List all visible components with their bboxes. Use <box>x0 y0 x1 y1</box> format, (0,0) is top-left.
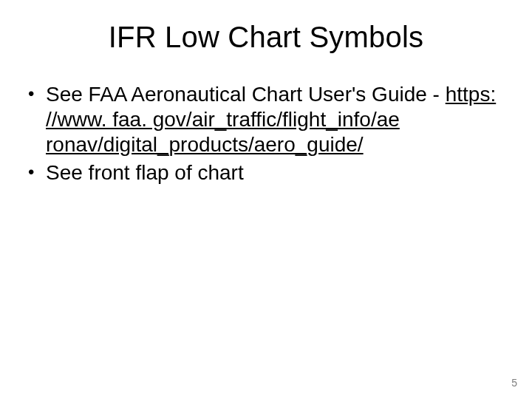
bullet-item-2: See front flap of chart <box>25 160 507 185</box>
page-number: 5 <box>511 377 517 389</box>
slide-title: IFR Low Chart Symbols <box>25 21 507 54</box>
bullet-item-1: See FAA Aeronautical Chart User's Guide … <box>25 82 507 157</box>
bullet-1-lead: See FAA Aeronautical Chart User's Guide … <box>46 83 446 106</box>
slide: IFR Low Chart Symbols See FAA Aeronautic… <box>0 0 532 399</box>
bullet-list: See FAA Aeronautical Chart User's Guide … <box>25 82 507 186</box>
